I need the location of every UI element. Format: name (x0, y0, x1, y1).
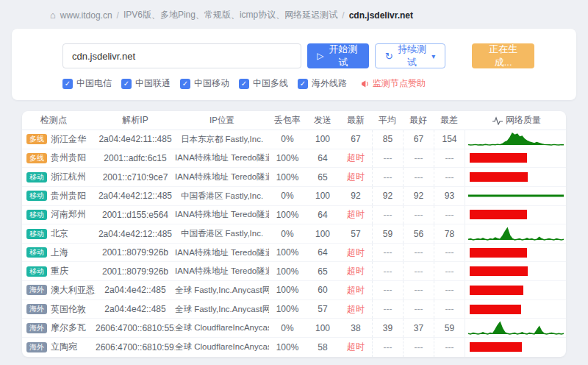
node-name: 立陶宛 (51, 341, 77, 353)
average-cell: --- (372, 244, 403, 262)
quality-chart (465, 149, 566, 168)
filter-label: 中国多线 (253, 77, 288, 90)
resolved-ip-cell: 2a04:4e42:12::485 (96, 191, 175, 201)
table-row: 海外 英国伦敦 2a04:4e42::485 全球 Fastly,Inc.Any… (22, 300, 566, 319)
table-row: 移动 浙江杭州 2001::c710:9ce7 IANA特殊地址 Teredo隧… (22, 168, 566, 187)
filter-checkbox-mobile[interactable]: ✓ 中国移动 (180, 77, 229, 90)
sent-cell: 65 (306, 266, 340, 277)
node-cell: 海外 澳大利亚悉尼 (22, 284, 96, 297)
filter-checkbox-telecom[interactable]: ✓ 中国电信 (62, 77, 112, 90)
packet-loss-cell: 100% (269, 342, 306, 352)
loop-icon: ↻ (385, 52, 393, 61)
filter-label: 海外线路 (312, 77, 347, 90)
continuous-test-label: 持续测试 (397, 43, 428, 69)
continuous-test-button[interactable]: ↻ 持续测试 ▾ (375, 43, 446, 68)
worst-cell: --- (434, 281, 465, 300)
ip-location-cell: 全球 Fastly,Inc.Anycast网段 (175, 304, 269, 315)
breadcrumb-path-link[interactable]: IPV6版、多地Ping、常规版、icmp协议、网络延迟测试 (123, 9, 337, 21)
filter-label: 中国移动 (194, 77, 229, 90)
latest-cell: 超时 (340, 171, 372, 183)
table-row: 移动 贵州贵阳 2a04:4e42:12::485 中国香港区 Fastly,I… (22, 187, 566, 206)
isp-badge: 海外 (26, 323, 47, 333)
node-name: 摩尔多瓦 (51, 322, 86, 334)
sent-cell: 58 (306, 342, 340, 352)
chevron-down-icon: ▾ (431, 52, 435, 60)
packet-loss-cell: 0% (269, 229, 306, 239)
table-row: 海外 澳大利亚悉尼 2a04:4e42::485 全球 Fastly,Inc.A… (22, 281, 566, 300)
table-row: 移动 河南郑州 2001::d155:e564 IANA特殊地址 Teredo隧… (22, 206, 566, 225)
node-cell: 海外 英国伦敦 (22, 303, 96, 316)
isp-badge: 海外 (26, 285, 47, 295)
ip-location-cell: 全球 Fastly,Inc.Anycast网段 (175, 285, 269, 296)
packet-loss-cell: 100% (269, 304, 306, 314)
node-name: 浙江杭州 (51, 171, 86, 183)
filter-checkbox-overseas[interactable]: ✓ 海外线路 (298, 77, 347, 90)
ip-location-cell: 日本东京都 Fastly,Inc. (175, 134, 269, 145)
header-worst: 最差 (434, 114, 465, 127)
filter-label: 中国电信 (76, 77, 112, 90)
latest-cell: 超时 (340, 303, 372, 316)
host-input[interactable] (62, 43, 301, 68)
pulse-icon (492, 116, 503, 125)
checkbox-checked-icon: ✓ (298, 79, 308, 89)
sent-cell: 100 (306, 229, 340, 239)
isp-badge: 移动 (26, 229, 47, 239)
node-name: 贵州贵阳 (51, 152, 86, 164)
breadcrumb: ⌂ www.itdog.cn / IPV6版、多地Ping、常规版、icmp协议… (50, 9, 576, 21)
isp-badge: 移动 (26, 266, 47, 277)
node-cell: 移动 重庆 (22, 265, 96, 277)
quality-chart (465, 262, 566, 280)
node-cell: 移动 贵州贵阳 (22, 190, 96, 202)
filter-checkbox-multiline[interactable]: ✓ 中国多线 (239, 77, 288, 90)
ip-location-cell: 中国香港区 Fastly,Inc. (175, 228, 269, 239)
latest-cell: 92 (340, 191, 372, 201)
packet-loss-cell: 0% (269, 191, 306, 201)
quality-chart (465, 338, 566, 357)
breadcrumb-site-link[interactable]: www.itdog.cn (60, 10, 112, 21)
filter-checkbox-unicom[interactable]: ✓ 中国联通 (121, 77, 171, 90)
average-cell: --- (372, 262, 403, 280)
sent-cell: 64 (306, 210, 340, 220)
resolved-ip-cell: 2001::adfc:6c15 (96, 153, 175, 163)
ip-location-cell: IANA特殊地址 Teredo隧道地址 (175, 247, 269, 258)
header-node: 检测点 (22, 114, 96, 127)
ip-location-cell: IANA特殊地址 Teredo隧道地址 (175, 171, 269, 182)
sponsor-label: 监测节点赞助 (373, 77, 426, 90)
resolved-ip-cell: 2001::c710:9ce7 (96, 172, 175, 182)
header-resolved-ip: 解析IP (96, 114, 175, 127)
best-cell: 92 (403, 187, 434, 205)
header-ip-location: IP位置 (175, 115, 269, 126)
quality-chart (465, 244, 566, 262)
generating-label: 正在生成... (483, 43, 523, 69)
resolved-ip-cell: 2a04:4e42::485 (96, 304, 175, 314)
latest-cell: 超时 (340, 208, 372, 221)
table-row: 移动 北京 2a04:4e42:12::485 中国香港区 Fastly,Inc… (22, 224, 566, 244)
node-cell: 多线 浙江金华 (22, 133, 96, 146)
resolved-ip-cell: 2001::8079:926b (96, 266, 175, 277)
resolved-ip-cell: 2a04:4e42:12::485 (96, 229, 175, 239)
node-name: 浙江金华 (51, 133, 86, 146)
sent-cell: 64 (306, 153, 340, 163)
header-average: 平均 (372, 114, 403, 127)
worst-cell: 78 (434, 224, 465, 243)
packet-loss-cell: 0% (269, 134, 306, 144)
start-test-button[interactable]: ▷ 开始测试 (307, 43, 369, 68)
header-packet-loss: 丢包率 (269, 114, 306, 127)
worst-cell: --- (434, 300, 465, 319)
average-cell: 59 (372, 224, 403, 243)
average-cell: --- (372, 206, 403, 224)
node-name: 英国伦敦 (51, 303, 86, 316)
average-cell: 39 (372, 319, 403, 337)
best-cell: --- (403, 281, 434, 300)
node-name: 北京 (51, 227, 68, 240)
header-best: 最好 (403, 114, 434, 127)
node-cell: 移动 上海 (22, 247, 96, 259)
generating-button[interactable]: 正在生成... (472, 43, 534, 68)
home-icon: ⌂ (50, 10, 56, 21)
sponsor-link[interactable]: 监测节点赞助 (361, 77, 426, 90)
isp-badge: 移动 (26, 191, 47, 201)
ip-location-cell: IANA特殊地址 Teredo隧道地址 (175, 266, 269, 277)
quality-chart (465, 168, 566, 186)
megaphone-icon (361, 79, 370, 88)
node-name: 澳大利亚悉尼 (51, 284, 96, 297)
